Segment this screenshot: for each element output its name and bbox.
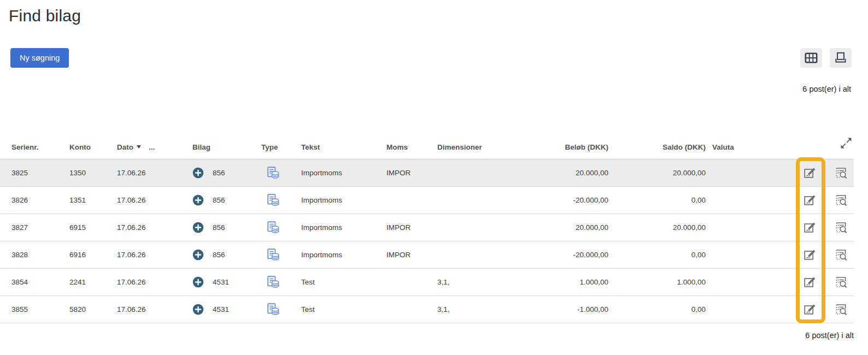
view-entry-button[interactable]	[834, 275, 848, 289]
cell-moms: IMPOR	[375, 214, 426, 241]
cell-valuta	[707, 159, 792, 187]
cell-serienr: 3828	[0, 241, 58, 269]
cell-view	[828, 269, 854, 296]
edit-pencil-icon	[803, 221, 817, 235]
column-settings-button[interactable]	[800, 48, 822, 68]
cell-view	[828, 214, 854, 241]
expand-table-button[interactable]	[840, 137, 853, 150]
results-table: Serienr. Konto Dato... Bilag Type Tekst …	[0, 135, 854, 323]
col-header-moms[interactable]: Moms	[375, 135, 426, 159]
print-button[interactable]	[830, 48, 852, 68]
cell-bilag: 856	[181, 187, 250, 214]
col-header-konto[interactable]: Konto	[58, 135, 105, 159]
cell-type	[250, 214, 290, 241]
attachment-add-button[interactable]	[192, 249, 204, 261]
cell-dimensioner	[426, 241, 513, 269]
view-entry-button[interactable]	[834, 303, 848, 317]
cell-type	[250, 241, 290, 269]
table-row[interactable]: 3826 1351 17.06.26 856 Importmoms -20.00…	[0, 187, 854, 214]
cell-konto: 2241	[58, 269, 105, 296]
cell-belob: -1.000,00	[513, 296, 609, 323]
col-header-dato[interactable]: Dato...	[105, 135, 181, 159]
col-header-dimensioner[interactable]: Dimensioner	[426, 135, 513, 159]
col-header-serienr[interactable]: Serienr.	[0, 135, 58, 159]
journal-magnifier-icon	[834, 193, 848, 208]
voucher-type-button[interactable]	[266, 193, 280, 208]
bilag-number: 4531	[213, 278, 229, 286]
journal-magnifier-icon	[834, 275, 848, 289]
cell-dato: 17.06.26	[105, 269, 181, 296]
col-header-saldo[interactable]: Saldo (DKK)	[609, 135, 707, 159]
voucher-type-button[interactable]	[266, 220, 280, 235]
edit-entry-button[interactable]	[803, 221, 817, 235]
table-row[interactable]: 3825 1350 17.06.26 856 Importmoms IMPOR …	[0, 159, 854, 187]
table-row[interactable]: 3828 6916 17.06.26 856 Importmoms IMPOR …	[0, 241, 854, 269]
cell-edit	[792, 214, 828, 241]
cell-view	[828, 187, 854, 214]
journal-magnifier-icon	[834, 248, 848, 262]
view-entry-button[interactable]	[834, 221, 848, 235]
edit-entry-button[interactable]	[803, 193, 817, 208]
cell-bilag: 856	[181, 214, 250, 241]
new-search-button[interactable]: Ny søgning	[10, 48, 69, 68]
table-row[interactable]: 3855 5820 17.06.26 4531 Test 3,1, -1.000…	[0, 296, 854, 323]
cell-moms	[375, 269, 426, 296]
table-header-row: Serienr. Konto Dato... Bilag Type Tekst …	[0, 135, 854, 159]
document-coins-icon	[266, 193, 280, 208]
more-columns-button[interactable]: ...	[149, 143, 155, 151]
cell-view	[828, 296, 854, 323]
col-header-type[interactable]: Type	[250, 135, 290, 159]
col-header-valuta[interactable]: Valuta	[707, 135, 792, 159]
edit-entry-button[interactable]	[803, 166, 817, 180]
voucher-type-button[interactable]	[266, 302, 280, 317]
table-row[interactable]: 3827 6915 17.06.26 856 Importmoms IMPOR …	[0, 214, 854, 241]
voucher-type-button[interactable]	[266, 275, 280, 289]
table-row[interactable]: 3854 2241 17.06.26 4531 Test 3,1, 1.000,…	[0, 269, 854, 296]
cell-tekst: Importmoms	[290, 214, 375, 241]
journal-magnifier-icon	[834, 166, 848, 180]
cell-dato: 17.06.26	[105, 187, 181, 214]
document-coins-icon	[266, 275, 280, 289]
cell-valuta	[707, 269, 792, 296]
edit-pencil-icon	[803, 275, 817, 289]
cell-moms	[375, 296, 426, 323]
col-header-tekst[interactable]: Tekst	[290, 135, 375, 159]
attachment-add-button[interactable]	[192, 222, 204, 233]
edit-entry-button[interactable]	[803, 275, 817, 289]
cell-serienr: 3855	[0, 296, 58, 323]
attachment-add-button[interactable]	[192, 304, 204, 315]
cell-tekst: Importmoms	[290, 187, 375, 214]
edit-entry-button[interactable]	[803, 248, 817, 262]
cell-edit	[792, 296, 828, 323]
cell-belob: -20.000,00	[513, 187, 609, 214]
cell-bilag: 856	[181, 159, 250, 187]
view-entry-button[interactable]	[834, 248, 848, 262]
cell-valuta	[707, 187, 792, 214]
find-voucher-page: { "page": { "title": "Find bilag" }, "to…	[0, 0, 868, 355]
attachment-add-button[interactable]	[192, 194, 204, 206]
cell-dimensioner	[426, 159, 513, 187]
voucher-type-button[interactable]	[266, 247, 280, 262]
document-coins-icon	[266, 220, 280, 235]
col-header-bilag[interactable]: Bilag	[181, 135, 250, 159]
view-entry-button[interactable]	[834, 193, 848, 208]
edit-entry-button[interactable]	[803, 303, 817, 317]
bilag-number: 856	[213, 223, 225, 232]
cell-dimensioner	[426, 187, 513, 214]
cell-serienr: 3827	[0, 214, 58, 241]
cell-saldo: 0,00	[609, 187, 707, 214]
cell-belob: 20.000,00	[513, 159, 609, 187]
cell-saldo: 1.000,00	[609, 269, 707, 296]
attachment-add-button[interactable]	[192, 276, 204, 288]
cell-view	[828, 159, 854, 187]
cell-type	[250, 269, 290, 296]
plus-circle-icon	[192, 304, 204, 315]
cell-tekst: Test	[290, 296, 375, 323]
cell-dato: 17.06.26	[105, 214, 181, 241]
bilag-number: 4531	[213, 305, 229, 313]
attachment-add-button[interactable]	[192, 167, 204, 179]
col-header-belob[interactable]: Beløb (DKK)	[513, 135, 609, 159]
col-header-edit	[792, 135, 828, 159]
voucher-type-button[interactable]	[266, 165, 280, 180]
view-entry-button[interactable]	[834, 166, 848, 180]
